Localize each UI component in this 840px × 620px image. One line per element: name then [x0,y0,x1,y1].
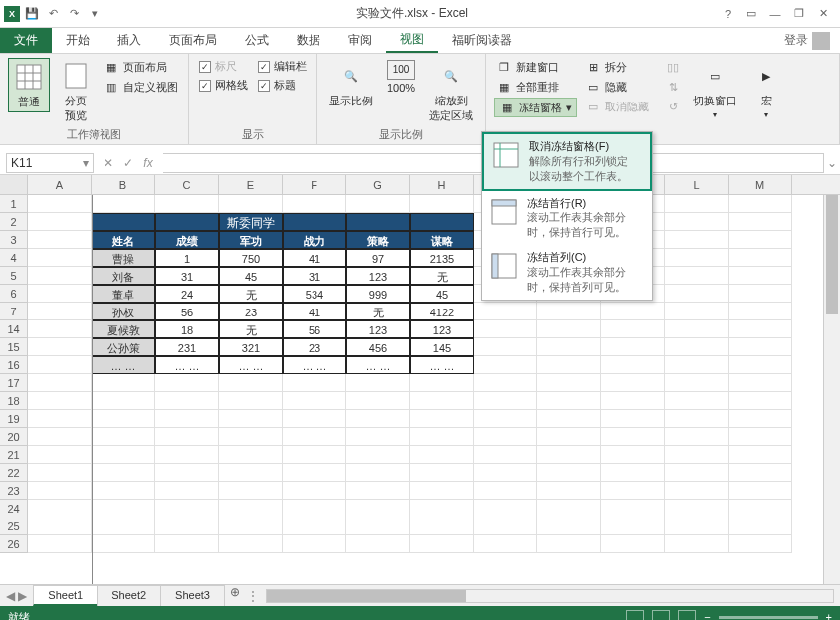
cell[interactable]: 45 [219,267,283,285]
cell[interactable] [410,535,474,553]
sheet-tab-1[interactable]: Sheet1 [33,585,98,606]
row-header[interactable]: 20 [0,428,28,446]
cell[interactable]: 董卓 [92,285,155,303]
cell[interactable] [665,356,729,374]
cell[interactable] [537,517,601,535]
cell[interactable] [665,231,729,249]
row-header[interactable]: 3 [0,231,28,249]
cell[interactable] [537,500,601,517]
freeze-top-row-item[interactable]: 冻结首行(R)滚动工作表其余部分 时，保持首行可见。 [482,191,652,246]
undo-icon[interactable]: ↶ [44,5,62,23]
cell[interactable]: 谋略 [410,231,474,249]
horizontal-scrollbar[interactable] [266,589,834,603]
cell[interactable] [474,535,537,553]
cell[interactable] [28,356,92,374]
cell[interactable]: 军功 [219,231,283,249]
cell[interactable] [729,392,792,410]
zoom-button[interactable]: 🔍显示比例 [325,58,377,110]
row-header[interactable]: 19 [0,410,28,428]
zoom-selection-button[interactable]: 🔍缩放到 选定区域 [425,58,477,125]
cell[interactable] [219,428,283,446]
col-header[interactable]: E [219,175,283,194]
cell[interactable] [283,195,346,213]
save-icon[interactable]: 💾 [23,5,41,23]
cell[interactable] [729,303,792,320]
cell[interactable] [474,320,537,338]
cell[interactable]: 1 [155,249,219,267]
scroll-thumb[interactable] [267,590,466,602]
gridlines-checkbox[interactable]: ✓网格线 [197,77,250,94]
cell[interactable] [665,249,729,267]
cell[interactable] [474,517,537,535]
cell[interactable] [665,392,729,410]
row-header[interactable]: 17 [0,374,28,392]
tab-insert[interactable]: 插入 [104,28,155,53]
row-header[interactable]: 14 [0,320,28,338]
cell[interactable] [346,464,410,482]
cell[interactable] [665,482,729,500]
cell[interactable] [92,428,155,446]
cell[interactable]: 56 [155,303,219,320]
cell[interactable] [474,356,537,374]
cell[interactable]: 41 [283,249,346,267]
cell[interactable]: 战力 [283,231,346,249]
cell[interactable]: 123 [346,320,410,338]
cell[interactable] [410,410,474,428]
freeze-first-col-item[interactable]: 冻结首列(C)滚动工作表其余部分 时，保持首列可见。 [482,245,652,300]
cell[interactable] [537,464,601,482]
cell[interactable] [729,249,792,267]
split-button[interactable]: ⊞拆分 [583,58,651,76]
scroll-thumb[interactable] [826,195,838,314]
cell[interactable] [92,535,155,553]
cell[interactable] [601,464,665,482]
worksheet-grid[interactable]: ABCEFGHIJKLM 12斯委同学会3姓名成绩军功战力策略谋略4曹操1750… [0,175,840,584]
cell[interactable]: 刘备 [92,267,155,285]
page-break-view-icon[interactable] [678,610,696,620]
cell[interactable] [346,482,410,500]
cell[interactable] [601,535,665,553]
fx-icon[interactable]: fx [139,156,157,170]
cell[interactable] [283,374,346,392]
cell[interactable] [28,464,92,482]
cell[interactable] [474,500,537,517]
zoom-in-icon[interactable]: + [826,611,832,620]
cell[interactable] [410,213,474,231]
macros-button[interactable]: ▶宏▾ [746,58,786,121]
cell[interactable] [665,195,729,213]
hide-button[interactable]: ▭隐藏 [583,78,651,96]
cell[interactable]: 无 [219,285,283,303]
cell[interactable] [155,464,219,482]
row-header[interactable]: 21 [0,446,28,464]
cell[interactable] [28,446,92,464]
cell[interactable] [219,374,283,392]
side-by-side-button[interactable]: ▯▯ [663,58,683,76]
cell[interactable] [474,482,537,500]
cell[interactable] [729,338,792,356]
row-header[interactable]: 2 [0,213,28,231]
cell[interactable] [155,535,219,553]
row-header[interactable]: 4 [0,249,28,267]
cell[interactable] [729,231,792,249]
cell[interactable] [28,338,92,356]
cell[interactable] [537,535,601,553]
cell[interactable] [283,500,346,517]
cell[interactable] [219,482,283,500]
row-header[interactable]: 5 [0,267,28,285]
cell[interactable] [665,428,729,446]
cell[interactable] [346,374,410,392]
arrange-all-button[interactable]: ▦全部重排 [494,78,577,96]
select-all-corner[interactable] [0,175,28,194]
cell[interactable] [28,392,92,410]
cell[interactable]: 321 [219,338,283,356]
col-header[interactable]: F [283,175,346,194]
cell[interactable] [537,482,601,500]
cell[interactable] [410,500,474,517]
row-header[interactable]: 16 [0,356,28,374]
tab-pagelayout[interactable]: 页面布局 [155,28,231,53]
cell[interactable] [537,428,601,446]
zoom-100-button[interactable]: 100100% [383,58,419,96]
cell[interactable] [665,338,729,356]
row-header[interactable]: 26 [0,535,28,553]
cell[interactable] [601,392,665,410]
cell[interactable]: 45 [410,285,474,303]
